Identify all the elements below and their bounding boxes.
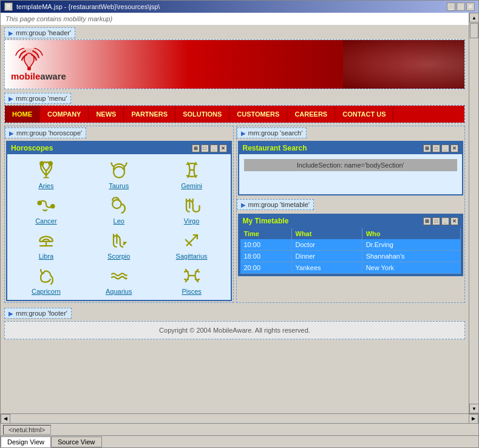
sagittarius-label[interactable]: Sagittarius — [176, 253, 208, 260]
horoscope-scorpio[interactable]: Scorpio — [85, 229, 153, 260]
timetable-time-3: 20:00 — [240, 262, 292, 274]
horoscope-leo[interactable]: Leo — [85, 194, 153, 225]
horoscope-ctrl-2[interactable]: □ — [201, 144, 209, 152]
panels-row: ▶ mm:group 'horoscope' Horoscopes ⊞ □ _ … — [4, 126, 465, 303]
mm-group-menu: ▶ mm:group 'menu' — [4, 93, 71, 104]
logo-area: mobileaware — [11, 48, 66, 81]
timetable-body: Time What Who 10:00 Doctor D — [239, 227, 463, 275]
nav-careers[interactable]: CAREERS — [287, 106, 335, 123]
svg-point-4 — [38, 202, 41, 205]
capricorn-label[interactable]: Capricorn — [32, 288, 61, 295]
horoscope-widget-controls: ⊞ □ _ ✕ — [192, 144, 227, 152]
header-banner: mobileaware — [5, 40, 464, 89]
horoscope-pisces[interactable]: Pisces — [158, 265, 226, 295]
design-view-tab[interactable]: Design View — [1, 436, 51, 447]
menu-section: HOME COMPANY NEWS PARTNERS SOLUTIONS CUS… — [4, 105, 465, 123]
mm-group-footer: ▶ mm:group 'footer' — [4, 308, 72, 319]
window-controls: _ □ ✕ — [447, 2, 475, 11]
mm-group-timetable: ▶ mm:group 'timetable' — [237, 199, 314, 210]
right-panel: ▶ mm:group 'search' Restaurant Search ⊞ … — [236, 126, 466, 303]
libra-icon — [35, 229, 57, 251]
mm-group-horoscope: ▶ mm:group 'horoscope' — [5, 127, 86, 138]
search-ctrl-1[interactable]: ⊞ — [423, 144, 431, 152]
main-scroll-area: This page contains mobility markup) ▶ mm… — [1, 13, 469, 413]
search-ctrl-close[interactable]: ✕ — [450, 144, 458, 152]
horoscope-aquarius[interactable]: Aquarius — [85, 265, 153, 295]
nav-partners[interactable]: PARTNERS — [124, 106, 175, 123]
timetable-what-3: Yankees — [291, 262, 362, 274]
timetable-ctrl-close[interactable]: ✕ — [450, 217, 458, 225]
timetable-ctrl-2[interactable]: □ — [432, 217, 440, 225]
nav-solutions[interactable]: SOLUTIONS — [175, 106, 229, 123]
search-ctrl-minimize[interactable]: _ — [441, 144, 449, 152]
pisces-label[interactable]: Pisces — [182, 288, 201, 295]
horoscope-aries[interactable]: Aries — [12, 159, 80, 189]
minimize-button[interactable]: _ — [447, 2, 455, 11]
nav-bar: HOME COMPANY NEWS PARTNERS SOLUTIONS CUS… — [5, 106, 464, 123]
timetable-table: Time What Who 10:00 Doctor D — [240, 228, 461, 274]
svg-point-0 — [27, 67, 31, 70]
timetable-widget-controls: ⊞ □ _ ✕ — [423, 217, 458, 225]
horoscope-ctrl-1[interactable]: ⊞ — [192, 144, 200, 152]
aquarius-label[interactable]: Aquarius — [106, 288, 132, 295]
maximize-button[interactable]: □ — [457, 2, 465, 11]
h-scroll-track — [10, 415, 469, 423]
scroll-thumb[interactable] — [470, 23, 478, 38]
cancer-label[interactable]: Cancer — [35, 217, 56, 225]
nav-customers[interactable]: CUSTOMERS — [229, 106, 287, 123]
status-bar: <netui:html> — [1, 423, 478, 435]
vertical-scrollbar[interactable]: ▲ ▼ — [469, 13, 478, 413]
horoscope-ctrl-minimize[interactable]: _ — [210, 144, 218, 152]
horoscope-libra[interactable]: Libra — [12, 229, 80, 260]
logo-text: mobileaware — [11, 71, 66, 81]
timetable-row-3: 20:00 Yankees New York — [240, 262, 461, 274]
search-spacer — [242, 174, 460, 192]
aquarius-icon — [108, 265, 130, 287]
source-view-tab[interactable]: Source View — [51, 436, 102, 447]
search-widget: Restaurant Search ⊞ □ _ ✕ IncludeSection… — [238, 141, 464, 195]
sagittarius-icon — [181, 229, 203, 251]
nav-news[interactable]: NEWS — [89, 106, 124, 123]
scroll-up-button[interactable]: ▲ — [469, 13, 478, 22]
horoscope-sagittarius[interactable]: Sagittarius — [158, 229, 226, 260]
horoscope-virgo[interactable]: Virgo — [158, 194, 226, 225]
scorpio-icon — [108, 229, 130, 251]
taurus-label[interactable]: Taurus — [109, 182, 129, 189]
scroll-down-button[interactable]: ▼ — [469, 404, 478, 413]
timetable-who-1: Dr.Erving — [362, 239, 460, 251]
horoscope-cancer[interactable]: Cancer — [12, 194, 80, 225]
aries-label[interactable]: Aries — [38, 182, 53, 189]
scroll-right-button[interactable]: ▶ — [469, 414, 478, 424]
info-bar: This page contains mobility markup) — [1, 13, 469, 25]
cancer-icon — [35, 194, 57, 216]
logo-signal-icon — [11, 48, 47, 71]
close-button[interactable]: ✕ — [466, 2, 475, 11]
horoscope-capricorn[interactable]: Capricorn — [12, 265, 80, 295]
tab-bar: Design View Source View — [1, 435, 478, 447]
gemini-label[interactable]: Gemini — [181, 182, 202, 189]
libra-label[interactable]: Libra — [39, 253, 53, 260]
search-ctrl-2[interactable]: □ — [432, 144, 440, 152]
virgo-label[interactable]: Virgo — [184, 217, 199, 225]
timetable-ctrl-minimize[interactable]: _ — [441, 217, 449, 225]
nav-contact[interactable]: CONTACT US — [335, 106, 393, 123]
pisces-icon — [181, 265, 203, 287]
nav-home[interactable]: HOME — [5, 106, 40, 123]
leo-label[interactable]: Leo — [114, 217, 124, 225]
timetable-widget: My Timetable ⊞ □ _ ✕ — [238, 214, 464, 276]
scorpio-label[interactable]: Scorpio — [107, 253, 130, 260]
taurus-icon — [108, 159, 130, 181]
aries-icon — [35, 159, 57, 181]
scroll-track — [469, 22, 478, 404]
gemini-icon — [181, 159, 203, 181]
horoscope-gemini[interactable]: Gemini — [158, 159, 226, 189]
nav-company[interactable]: COMPANY — [40, 106, 89, 123]
horoscope-taurus[interactable]: Taurus — [85, 159, 153, 189]
horizontal-scrollbar[interactable]: ◀ ▶ — [1, 413, 478, 423]
timetable-ctrl-1[interactable]: ⊞ — [423, 217, 431, 225]
mm-group-header: ▶ mm:group 'header' — [4, 27, 75, 38]
title-bar: 🖹 templateMA.jsp - {restaurantWeb}\resou… — [1, 1, 478, 13]
svg-point-3 — [114, 167, 124, 178]
scroll-left-button[interactable]: ◀ — [1, 414, 10, 424]
horoscope-ctrl-close[interactable]: ✕ — [219, 144, 227, 152]
